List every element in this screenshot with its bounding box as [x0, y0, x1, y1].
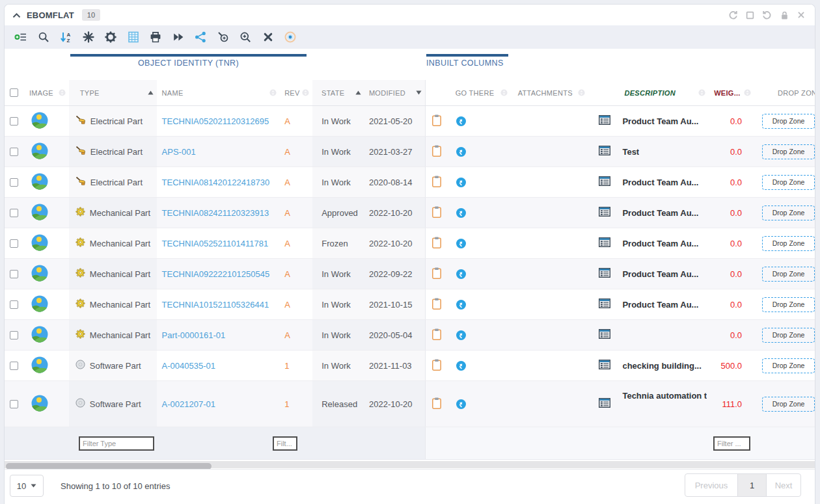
sort-descending-icon[interactable]	[416, 90, 422, 95]
filter-weight-input[interactable]	[713, 436, 750, 451]
drop-zone[interactable]: Drop Zone	[762, 267, 815, 282]
clipboard-icon[interactable]	[432, 298, 441, 312]
description-icon[interactable]	[599, 237, 610, 249]
row-checkbox[interactable]	[10, 239, 18, 248]
sort-unsorted-icon[interactable]	[744, 89, 751, 96]
column-label-rev[interactable]: REV	[284, 89, 300, 97]
refresh-icon[interactable]	[728, 10, 738, 20]
column-label-modified[interactable]: MODIFIED	[369, 89, 405, 97]
description-icon[interactable]	[599, 329, 610, 341]
table-icon[interactable]	[122, 27, 145, 47]
go-there-icon[interactable]	[456, 399, 466, 409]
fast-forward-icon[interactable]	[167, 27, 190, 47]
go-there-icon[interactable]	[456, 330, 466, 340]
go-there-icon[interactable]	[456, 147, 466, 157]
name-link[interactable]: TECHNIA101521105326441	[162, 300, 269, 310]
description-icon[interactable]	[599, 115, 610, 127]
go-there-icon[interactable]	[456, 361, 466, 371]
go-there-icon[interactable]	[456, 269, 466, 279]
name-link[interactable]: A-0021207-01	[162, 399, 215, 409]
image-globe-icon[interactable]	[31, 142, 48, 161]
scrollbar-track[interactable]	[5, 461, 815, 468]
column-label-attachments[interactable]: ATTACHMENTS	[518, 89, 573, 97]
go-there-icon[interactable]	[456, 116, 466, 126]
name-link[interactable]: TECHNIA082421120323913	[162, 208, 269, 218]
collapse-chevron-icon[interactable]	[12, 12, 21, 18]
search-icon[interactable]	[33, 27, 55, 47]
image-globe-icon[interactable]	[31, 395, 48, 414]
row-checkbox[interactable]	[10, 178, 18, 187]
next-page-button[interactable]: Next	[767, 474, 800, 496]
name-link[interactable]: A-0040535-01	[162, 361, 215, 371]
go-there-icon[interactable]	[456, 178, 466, 187]
description-icon[interactable]	[599, 298, 610, 310]
close-icon[interactable]	[797, 10, 806, 20]
clipboard-icon[interactable]	[432, 145, 441, 159]
sort-unsorted-icon[interactable]	[269, 89, 277, 96]
image-globe-icon[interactable]	[31, 173, 48, 192]
description-icon[interactable]	[599, 207, 610, 219]
image-globe-icon[interactable]	[31, 265, 48, 284]
go-there-icon[interactable]	[456, 208, 466, 218]
column-label-weight[interactable]: WEIG...	[714, 89, 741, 97]
drop-zone[interactable]: Drop Zone	[762, 206, 815, 220]
description-icon[interactable]	[599, 268, 610, 280]
name-link[interactable]: TECHNIA052521101411781	[162, 239, 269, 248]
asterisk-icon[interactable]	[77, 27, 100, 47]
sort-unsorted-icon[interactable]	[698, 89, 705, 96]
undo-icon[interactable]	[762, 10, 772, 20]
clipboard-icon[interactable]	[432, 114, 441, 128]
name-link[interactable]: APS-001	[162, 147, 196, 157]
drop-zone[interactable]: Drop Zone	[762, 114, 815, 129]
zoom-select-icon[interactable]	[212, 27, 235, 47]
lock-icon[interactable]	[780, 10, 789, 20]
gear-icon[interactable]	[100, 27, 122, 47]
row-checkbox[interactable]	[10, 331, 18, 339]
clipboard-icon[interactable]	[432, 237, 441, 250]
name-link[interactable]: TECHNIA052021120312695	[162, 116, 269, 126]
column-label-description[interactable]: DESCRIPTION	[624, 89, 675, 97]
drop-zone[interactable]: Drop Zone	[762, 358, 815, 373]
select-all-checkbox[interactable]	[10, 88, 18, 97]
column-label-state[interactable]: STATE	[321, 89, 344, 97]
description-icon[interactable]	[599, 176, 610, 188]
target-eye-icon[interactable]	[279, 27, 302, 47]
column-label-image[interactable]: IMAGE	[29, 89, 53, 97]
scrollbar-thumb[interactable]	[6, 463, 212, 470]
column-header-modified[interactable]: MODIFIED	[364, 80, 425, 105]
row-checkbox[interactable]	[10, 400, 18, 408]
sort-ascending-icon[interactable]	[355, 90, 361, 95]
row-checkbox[interactable]	[10, 117, 18, 126]
sort-unsorted-icon[interactable]	[500, 89, 508, 96]
zoom-in-icon[interactable]	[234, 27, 257, 47]
column-header-state[interactable]: STATE	[312, 80, 364, 105]
clipboard-icon[interactable]	[432, 206, 441, 220]
image-globe-icon[interactable]	[31, 204, 48, 222]
description-icon[interactable]	[599, 398, 610, 410]
image-globe-icon[interactable]	[31, 234, 48, 253]
sort-ascending-icon[interactable]	[148, 90, 154, 95]
column-label-name[interactable]: NAME	[162, 89, 184, 97]
print-icon[interactable]	[144, 27, 167, 47]
filter-type-input[interactable]	[79, 436, 154, 451]
sort-unsorted-icon[interactable]	[302, 89, 309, 96]
column-label-type[interactable]: TYPE	[80, 89, 100, 97]
row-checkbox[interactable]	[10, 209, 18, 217]
column-header-attachments[interactable]: ATTACHMENTS	[508, 80, 589, 105]
drop-zone[interactable]: Drop Zone	[762, 236, 815, 251]
drop-zone[interactable]: Drop Zone	[762, 175, 815, 190]
share-icon[interactable]	[189, 27, 212, 47]
image-globe-icon[interactable]	[31, 326, 48, 345]
filter-rev-input[interactable]	[273, 436, 297, 451]
row-checkbox[interactable]	[10, 270, 18, 278]
clipboard-icon[interactable]	[432, 176, 441, 189]
column-header-type[interactable]: TYPE	[69, 80, 157, 105]
image-globe-icon[interactable]	[31, 112, 48, 131]
clipboard-icon[interactable]	[432, 267, 441, 281]
sort-unsorted-icon[interactable]	[578, 89, 585, 96]
column-label-dropzone[interactable]: DROP ZONE	[778, 89, 815, 97]
row-checkbox[interactable]	[10, 148, 18, 156]
column-header-image[interactable]: IMAGE	[24, 80, 69, 105]
sort-unsorted-icon[interactable]	[59, 89, 66, 96]
column-header-select[interactable]	[5, 80, 24, 105]
